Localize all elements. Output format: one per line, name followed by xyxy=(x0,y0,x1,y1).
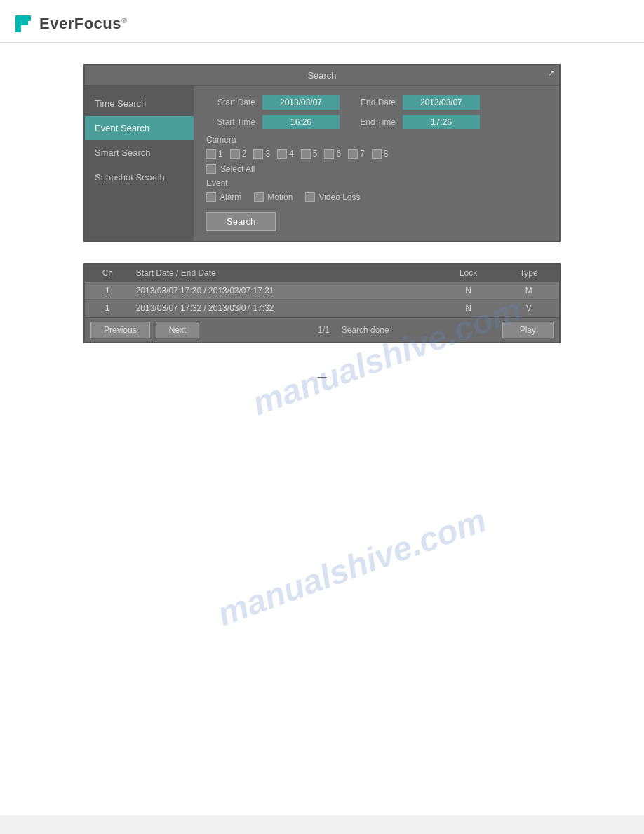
camera-checkboxes: 1 2 3 4 5 xyxy=(206,149,546,159)
col-header-ch: Ch xyxy=(85,265,130,282)
row-0-start-end: 2013/03/07 17:30 / 2013/03/07 17:31 xyxy=(130,282,438,300)
select-all-row: Select All xyxy=(206,164,546,174)
row-1-ch: 1 xyxy=(85,300,130,317)
camera-label-7: 7 xyxy=(360,149,365,159)
start-time-value[interactable]: 16:26 xyxy=(262,115,340,129)
camera-label-8: 8 xyxy=(384,149,389,159)
col-header-lock: Lock xyxy=(438,265,498,282)
footer-page-info: 1/1 Search done xyxy=(205,325,502,335)
svg-rect-3 xyxy=(21,21,28,25)
col-header-type: Type xyxy=(498,265,559,282)
camera-checkbox-3[interactable] xyxy=(253,149,263,159)
camera-checkbox-7[interactable] xyxy=(348,149,358,159)
logo-text: EverFocus® xyxy=(39,15,128,33)
sidebar-item-snapshot-search[interactable]: Snapshot Search xyxy=(85,165,194,190)
camera-item-3: 3 xyxy=(253,149,270,159)
logo-container: EverFocus® xyxy=(14,13,630,35)
panel-body: Time Search Event Search Smart Search Sn… xyxy=(85,86,559,241)
row-1-type: V xyxy=(498,300,559,317)
camera-checkbox-2[interactable] xyxy=(230,149,240,159)
select-all-label: Select All xyxy=(220,164,255,174)
event-checkboxes: Alarm Motion Video Loss xyxy=(206,192,546,202)
panel-close-button[interactable]: ↗ xyxy=(548,68,555,78)
row-1-start-end: 2013/03/07 17:32 / 2013/03/07 17:32 xyxy=(130,300,438,317)
event-checkbox-motion[interactable] xyxy=(254,192,264,202)
camera-label-2: 2 xyxy=(242,149,247,159)
start-date-label: Start Date xyxy=(206,98,255,107)
event-item-video-loss: Video Loss xyxy=(305,192,360,202)
camera-checkbox-1[interactable] xyxy=(206,149,216,159)
search-btn-row: Search xyxy=(206,212,546,231)
end-date-value[interactable]: 2013/03/07 xyxy=(403,95,480,110)
event-item-motion: Motion xyxy=(254,192,293,202)
panel-sidebar: Time Search Event Search Smart Search Sn… xyxy=(85,86,194,241)
row-0-ch: 1 xyxy=(85,282,130,300)
camera-checkbox-4[interactable] xyxy=(277,149,287,159)
camera-item-7: 7 xyxy=(348,149,365,159)
camera-item-8: 8 xyxy=(372,149,389,159)
previous-button[interactable]: Previous xyxy=(90,322,150,338)
time-row: Start Time 16:26 End Time 17:26 xyxy=(206,115,546,129)
camera-checkbox-5[interactable] xyxy=(301,149,311,159)
end-time-value[interactable]: 17:26 xyxy=(403,115,480,129)
event-label-video-loss: Video Loss xyxy=(318,192,360,202)
page-content: manualshive.com manualshive.com Search ↗… xyxy=(0,43,644,815)
row-0-type: M xyxy=(498,282,559,300)
table-header-row: Ch Start Date / End Date Lock Type xyxy=(85,265,559,282)
table-row[interactable]: 1 2013/03/07 17:30 / 2013/03/07 17:31 N … xyxy=(85,282,559,300)
end-date-label: End Date xyxy=(347,98,396,107)
search-panel: Search ↗ Time Search Event Search Smart … xyxy=(83,64,561,242)
camera-label-5: 5 xyxy=(313,149,318,159)
camera-item-1: 1 xyxy=(206,149,223,159)
search-button[interactable]: Search xyxy=(206,212,276,231)
start-time-label: Start Time xyxy=(206,117,255,127)
svg-rect-2 xyxy=(21,15,31,21)
event-item-alarm: Alarm xyxy=(206,192,241,202)
camera-label-4: 4 xyxy=(289,149,294,159)
camera-checkbox-6[interactable] xyxy=(324,149,334,159)
select-all-checkbox[interactable] xyxy=(206,164,216,174)
camera-checkbox-8[interactable] xyxy=(372,149,382,159)
event-checkbox-alarm[interactable] xyxy=(206,192,216,202)
camera-label-3: 3 xyxy=(265,149,270,159)
row-1-lock: N xyxy=(438,300,498,317)
camera-item-6: 6 xyxy=(324,149,341,159)
search-done-text: Search done xyxy=(342,325,389,335)
results-table: Ch Start Date / End Date Lock Type 1 201… xyxy=(85,265,559,317)
header: EverFocus® xyxy=(0,0,644,43)
sidebar-item-time-search[interactable]: Time Search xyxy=(85,91,194,116)
event-checkbox-video-loss[interactable] xyxy=(305,192,315,202)
next-button[interactable]: Next xyxy=(156,322,200,338)
page-info-text: 1/1 xyxy=(318,325,330,335)
results-footer: Previous Next 1/1 Search done Play xyxy=(85,317,559,342)
row-0-lock: N xyxy=(438,282,498,300)
camera-label-1: 1 xyxy=(218,149,223,159)
camera-item-5: 5 xyxy=(301,149,318,159)
panel-form: Start Date 2013/03/07 End Date 2013/03/0… xyxy=(194,86,559,241)
svg-rect-1 xyxy=(15,15,21,32)
camera-label: Camera xyxy=(206,135,546,145)
logo-registered: ® xyxy=(121,16,128,25)
end-time-label: End Time xyxy=(347,117,396,127)
play-button[interactable]: Play xyxy=(502,322,554,338)
results-panel: Ch Start Date / End Date Lock Type 1 201… xyxy=(83,263,561,343)
camera-item-4: 4 xyxy=(277,149,294,159)
start-date-value[interactable]: 2013/03/07 xyxy=(262,95,340,110)
panel-title: Search xyxy=(307,70,336,81)
camera-item-2: 2 xyxy=(230,149,247,159)
sidebar-item-event-search[interactable]: Event Search xyxy=(85,116,194,140)
page-number: — xyxy=(14,371,630,382)
panel-title-bar: Search ↗ xyxy=(85,65,559,86)
everfocus-logo-icon xyxy=(14,13,36,35)
watermark-2: manualshive.com xyxy=(213,501,491,633)
table-row[interactable]: 1 2013/03/07 17:32 / 2013/03/07 17:32 N … xyxy=(85,300,559,317)
camera-label-6: 6 xyxy=(336,149,341,159)
col-header-start-end: Start Date / End Date xyxy=(130,265,438,282)
event-label-alarm: Alarm xyxy=(220,192,241,202)
event-label: Event xyxy=(206,178,546,188)
logo-brand-name: EverFocus xyxy=(39,15,121,32)
date-row: Start Date 2013/03/07 End Date 2013/03/0… xyxy=(206,95,546,110)
event-label-motion: Motion xyxy=(267,192,293,202)
sidebar-item-smart-search[interactable]: Smart Search xyxy=(85,140,194,165)
